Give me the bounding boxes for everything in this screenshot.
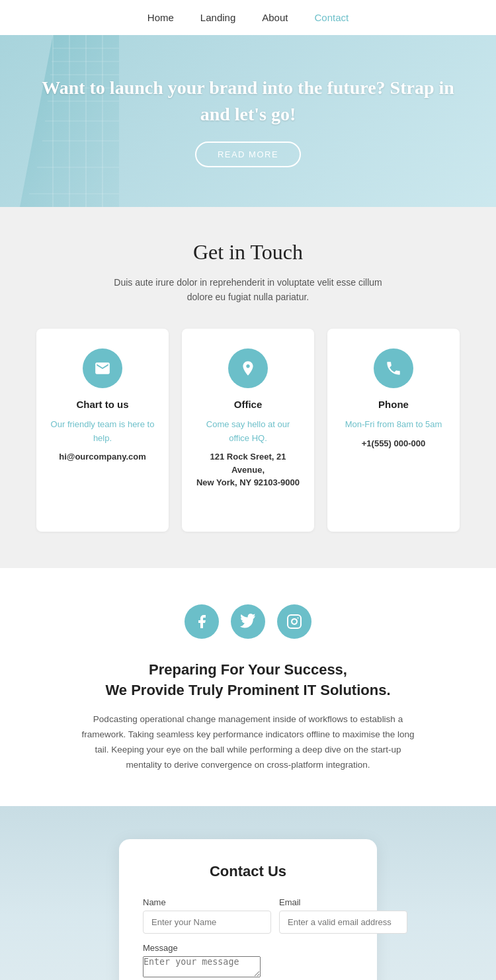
location-icon-circle: [228, 348, 268, 388]
svg-rect-14: [288, 615, 301, 628]
email-icon-circle: [83, 348, 122, 388]
card-phone-highlight: Mon-Fri from 8am to 5am: [341, 418, 446, 432]
get-in-touch-section: Get in Touch Duis aute irure dolor in re…: [0, 207, 496, 568]
nav-about[interactable]: About: [262, 12, 288, 23]
facebook-svg: [194, 614, 210, 630]
name-input[interactable]: [143, 911, 271, 934]
hero-heading: Want to launch your brand into the futur…: [0, 75, 496, 126]
nav-landing[interactable]: Landing: [200, 12, 235, 23]
location-icon: [239, 360, 257, 377]
card-phone-info: +1(555) 000-000: [341, 437, 446, 450]
phone-icon-circle: [374, 348, 413, 388]
name-label: Name: [143, 897, 271, 907]
card-office-title: Office: [195, 399, 301, 410]
contact-card-phone: Phone Mon-Fri from 8am to 5am +1(555) 00…: [327, 329, 460, 532]
email-input[interactable]: [279, 911, 407, 934]
phone-icon: [385, 360, 402, 377]
card-office-highlight: Come say hello at our office HQ.: [195, 418, 301, 446]
navigation: Home Landing About Contact: [0, 0, 496, 35]
card-email-info: hi@ourcompany.com: [50, 450, 155, 464]
form-section: Contact Us Name Email Message Gallery: [0, 806, 496, 980]
card-phone-title: Phone: [341, 399, 446, 410]
form-row-name-email: Name Email: [143, 897, 353, 934]
contact-form-card: Contact Us Name Email Message Gallery: [119, 839, 377, 980]
twitter-svg: [240, 614, 256, 630]
facebook-icon[interactable]: [185, 604, 219, 639]
social-heading: Preparing For Your Success,We Provide Tr…: [40, 660, 456, 701]
card-office-info: 121 Rock Sreet, 21 Avenue,New York, NY 9…: [195, 450, 301, 489]
hero-section: Want to launch your brand into the futur…: [0, 35, 496, 207]
card-email-title: Chart to us: [50, 399, 155, 410]
form-group-email: Email: [279, 897, 407, 934]
twitter-icon[interactable]: [231, 604, 265, 639]
instagram-svg: [286, 614, 302, 630]
read-more-button[interactable]: READ MORE: [195, 142, 301, 167]
form-group-message: Message: [143, 943, 353, 980]
nav-contact[interactable]: Contact: [314, 12, 349, 23]
get-in-touch-description: Duis aute irure dolor in reprehenderit i…: [109, 275, 387, 305]
contact-card-office: Office Come say hello at our office HQ. …: [182, 329, 314, 532]
email-label: Email: [279, 897, 407, 907]
contact-card-email: Chart to us Our friendly team is here to…: [36, 329, 169, 532]
form-group-name: Name: [143, 897, 271, 934]
email-icon: [94, 360, 111, 377]
get-in-touch-heading: Get in Touch: [26, 240, 470, 265]
instagram-icon[interactable]: [277, 604, 311, 639]
message-textarea[interactable]: [143, 956, 261, 977]
social-section: Preparing For Your Success,We Provide Tr…: [0, 568, 496, 806]
nav-home[interactable]: Home: [147, 12, 174, 23]
contact-form-heading: Contact Us: [143, 863, 353, 880]
contact-cards: Chart to us Our friendly team is here to…: [26, 329, 470, 532]
social-icons-group: [40, 604, 456, 639]
social-body: Podcasting operational change management…: [76, 712, 420, 773]
card-email-highlight: Our friendly team is here to help.: [50, 418, 155, 446]
message-label: Message: [143, 943, 353, 953]
